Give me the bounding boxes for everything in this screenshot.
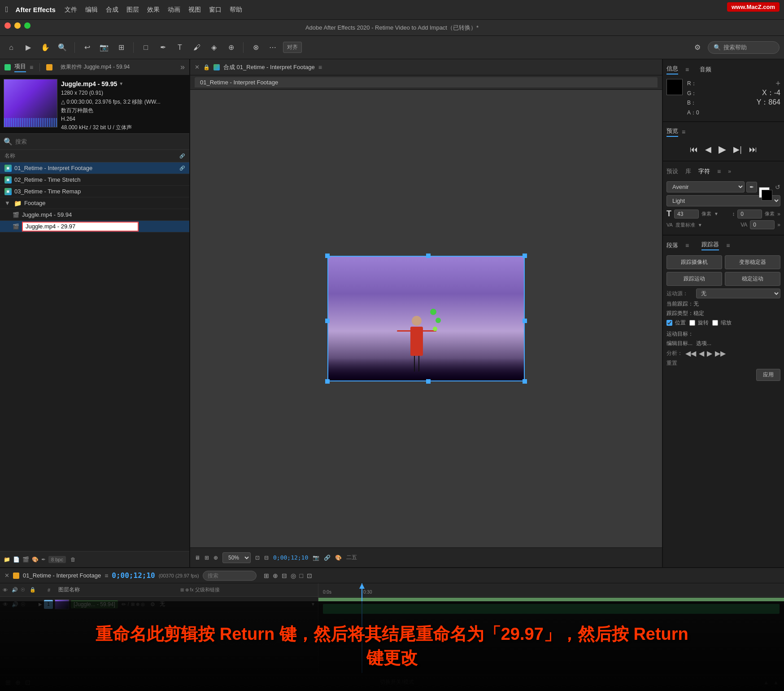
tracking-input[interactable] [750,220,775,229]
presets-tab[interactable]: 预设 [666,167,678,175]
font-size-input[interactable] [674,210,699,219]
zoom-icon[interactable]: 🔍 [56,41,69,54]
folder-item[interactable]: ▼ 📁 Footage [0,197,189,209]
audio-tab[interactable]: 音频 [700,66,711,74]
camera-icon[interactable]: 📷 [97,41,111,54]
track-icon[interactable]: ⊗ [249,41,262,54]
wand-icon[interactable]: ⋯ [266,41,279,54]
delete-icon[interactable]: 🗑 [70,556,76,563]
list-item-renaming[interactable]: 🎬 [0,221,189,232]
analyze-forward-icon[interactable]: ▶▶ [715,349,726,358]
track-camera-button[interactable]: 跟踪摄像机 [666,255,722,269]
zoom-select[interactable]: 50% [222,552,251,563]
library-tab[interactable]: 库 [685,167,691,175]
scale-checkbox[interactable] [712,320,718,326]
tl-ctrl-1[interactable]: ⊞ [264,572,269,579]
eyedropper-icon[interactable]: ✒ [746,182,757,192]
character-tab[interactable]: 字符 [698,167,710,175]
undo-icon[interactable]: ↩ [80,41,94,54]
refresh-icon[interactable]: ↺ [775,184,780,191]
rename-input[interactable] [22,222,139,232]
rotation-checkbox[interactable] [689,320,695,326]
grid-view-icon[interactable]: ⊞ [205,555,209,561]
preview-icon[interactable]: 🖥 [195,555,200,561]
handle-tm[interactable] [426,254,431,258]
toggle-icon[interactable]: ⊟ [264,555,269,561]
info-menu-icon[interactable]: ≡ [685,66,689,73]
motion-source-select[interactable]: 无 [696,289,780,298]
timeline-close-icon[interactable]: ✕ [4,572,9,579]
list-item[interactable]: 🎬 Juggle.mp4 - 59.94 [0,209,189,221]
leading-input[interactable] [737,210,762,219]
analyze-prev-icon[interactable]: ◀ [699,349,704,358]
menu-view[interactable]: 视图 [188,6,201,14]
panel-expand-icon[interactable]: » [180,62,185,72]
options-label[interactable]: 选项... [696,340,711,347]
fit-icon[interactable]: ⊡ [255,555,260,561]
handle-ml[interactable] [325,319,330,323]
rect-icon[interactable]: □ [139,41,152,54]
font-select[interactable]: Avenir [666,181,745,192]
position-checkbox[interactable] [666,320,672,326]
list-item[interactable]: ▣ 03_Retime - Time Remap [0,186,189,197]
project-menu-icon[interactable]: ≡ [30,64,33,71]
tl-ctrl-2[interactable]: ⊕ [273,572,278,579]
close-button[interactable] [4,22,11,29]
info-tab[interactable]: 信息 [666,65,678,74]
menu-animation[interactable]: 动画 [168,6,180,14]
color-correction-icon[interactable]: 🎨 [335,555,342,561]
tl-ctrl-6[interactable]: ⊡ [307,572,312,579]
tl-ctrl-4[interactable]: ◎ [291,572,296,579]
size-dropdown-icon[interactable]: ▼ [714,211,719,216]
link-icon[interactable]: 🔗 [324,555,331,561]
brush-icon[interactable]: 🖌 [190,41,204,54]
handle-mr[interactable] [523,319,527,323]
grid-icon[interactable]: ⊞ [114,41,128,54]
tracker-menu-icon[interactable]: ≡ [726,242,730,249]
skip-forward-icon[interactable]: ⏭ [749,145,757,154]
frame-back-icon[interactable]: ◀ [705,144,711,154]
comp-tab-1[interactable]: 01_Retime - Interpret Footage [195,77,658,87]
menu-layer[interactable]: 图层 [126,6,139,14]
expand-right-icon-2[interactable]: » [777,222,780,228]
handle-bm[interactable] [426,379,431,384]
new-comp-icon[interactable]: 🎬 [22,556,29,563]
tracker-tab[interactable]: 跟踪器 [701,241,719,250]
timeline-timecode[interactable]: 0;00;12;10 [112,571,155,580]
menu-edit[interactable]: 编辑 [85,6,98,14]
align-button[interactable]: 对齐 [283,42,302,53]
new-folder-icon[interactable]: 📁 [4,556,10,563]
handle-bl[interactable] [325,379,330,384]
tl-ctrl-5[interactable]: □ [300,572,303,579]
handle-tl[interactable] [325,254,330,258]
frame-forward-icon[interactable]: ▶| [733,144,742,154]
apply-button[interactable]: 应用 [756,369,780,381]
menu-window[interactable]: 窗口 [209,6,222,14]
camera-snap-icon[interactable]: 📷 [313,555,319,561]
settings-icon[interactable]: ⚙ [691,41,704,54]
menu-compose[interactable]: 合成 [106,6,118,14]
handle-br[interactable] [523,379,527,384]
new-item-icon[interactable]: 📄 [13,556,20,563]
minimize-button[interactable] [14,22,21,29]
list-item[interactable]: ▣ 02_Retime - Time Stretch [0,174,189,186]
pen-icon[interactable]: ✒ [156,41,170,54]
skip-back-icon[interactable]: ⏮ [690,145,698,154]
analyze-next-icon[interactable]: ▶ [707,349,712,358]
text-icon[interactable]: T [173,41,187,54]
handle-tr[interactable] [523,254,527,258]
paragraph-tab[interactable]: 段落 [666,241,678,249]
stroke-color-swatch[interactable] [762,190,772,201]
pen-tool-icon[interactable]: ✒ [41,556,46,563]
puppet-icon[interactable]: ⊕ [224,41,238,54]
menu-file[interactable]: 文件 [65,6,77,14]
tl-ctrl-3[interactable]: ⊟ [282,572,287,579]
timeline-menu-icon[interactable]: ≡ [105,572,108,579]
preview-menu-icon[interactable]: ≡ [682,128,685,136]
timeline-search-input[interactable] [203,571,257,581]
edit-target-label[interactable]: 编辑目标... [666,340,693,347]
warp-stabilizer-button[interactable]: 变形稳定器 [725,255,780,269]
list-item[interactable]: ▣ 01_Retime - Interpret Footage 🔗 [0,162,189,174]
para-menu-icon[interactable]: ≡ [685,242,689,249]
menu-effects[interactable]: 效果 [147,6,160,14]
